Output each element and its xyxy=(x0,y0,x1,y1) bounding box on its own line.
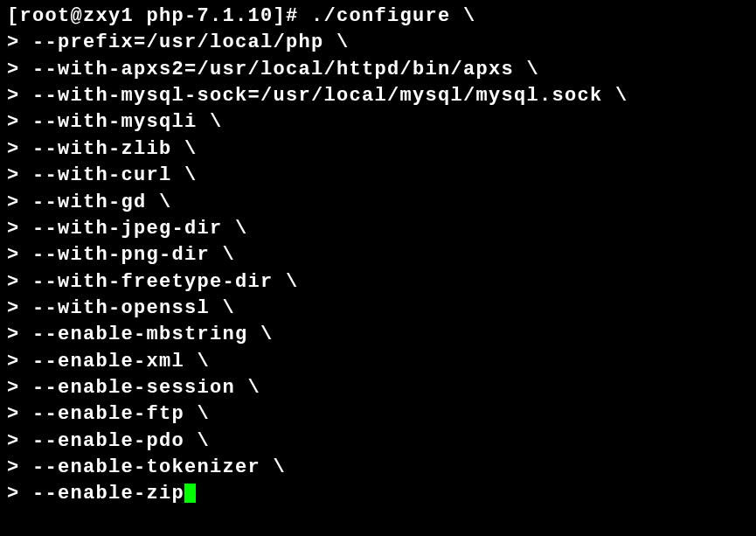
continuation-prompt: > xyxy=(7,271,32,293)
continuation-prompt: > xyxy=(7,456,32,478)
continuation-text: --enable-pdo \ xyxy=(32,430,210,452)
continuation-prompt: > xyxy=(7,351,32,372)
continuation-text: --with-apxs2=/usr/local/httpd/bin/apxs \ xyxy=(32,59,539,80)
continuation-line: > --enable-session \ xyxy=(7,375,749,401)
continuation-line: > --enable-zip xyxy=(7,481,749,507)
continuation-line: > --with-apxs2=/usr/local/httpd/bin/apxs… xyxy=(7,57,749,83)
continuation-line: > --with-png-dir \ xyxy=(7,242,749,268)
continuation-prompt: > xyxy=(7,483,32,505)
continuation-line: > --prefix=/usr/local/php \ xyxy=(7,30,749,56)
command-text: ./configure \ xyxy=(311,5,476,27)
continuation-prompt: > xyxy=(7,31,32,53)
continuation-prompt: > xyxy=(7,138,32,160)
continuation-prompt: > xyxy=(7,111,32,133)
continuation-prompt: > xyxy=(7,85,32,107)
continuation-text: --enable-zip xyxy=(32,483,184,505)
continuation-text: --enable-mbstring \ xyxy=(32,324,274,345)
continuation-text: --with-jpeg-dir \ xyxy=(32,218,248,240)
continuation-line: > --with-mysqli \ xyxy=(7,109,749,136)
continuation-text: --with-mysqli \ xyxy=(32,111,223,133)
continuation-line: > --with-gd \ xyxy=(7,190,749,216)
continuation-prompt: > xyxy=(7,191,32,213)
continuation-line: > --enable-pdo \ xyxy=(7,428,749,455)
continuation-text: --enable-tokenizer \ xyxy=(32,456,286,478)
shell-prompt: [root@zxy1 php-7.1.10]# xyxy=(7,5,311,27)
continuation-text: --with-zlib \ xyxy=(32,138,198,160)
continuation-line: > --enable-tokenizer \ xyxy=(7,455,749,481)
continuation-text: --enable-session \ xyxy=(32,377,260,399)
continuation-line: > --enable-ftp \ xyxy=(7,401,749,428)
command-line: [root@zxy1 php-7.1.10]# ./configure \ xyxy=(7,3,749,30)
continuation-line: > --enable-mbstring \ xyxy=(7,322,749,348)
continuation-line: > --enable-xml \ xyxy=(7,349,749,375)
continuation-prompt: > xyxy=(7,164,32,186)
continuation-text: --with-png-dir \ xyxy=(32,244,235,266)
cursor-icon xyxy=(184,484,196,503)
continuation-line: > --with-jpeg-dir \ xyxy=(7,216,749,242)
continuation-text: --with-freetype-dir \ xyxy=(32,271,299,293)
continuation-prompt: > xyxy=(7,218,32,240)
continuation-line: > --with-zlib \ xyxy=(7,136,749,163)
continuation-line: > --with-mysql-sock=/usr/local/mysql/mys… xyxy=(7,83,749,109)
continuation-prompt: > xyxy=(7,324,32,345)
continuation-prompt: > xyxy=(7,377,32,399)
continuation-prompt: > xyxy=(7,244,32,266)
continuation-prompt: > xyxy=(7,59,32,80)
continuation-prompt: > xyxy=(7,403,32,425)
continuation-line: > --with-openssl \ xyxy=(7,296,749,322)
continuation-text: --with-openssl \ xyxy=(32,297,235,319)
continuation-text: --prefix=/usr/local/php \ xyxy=(32,31,350,53)
continuation-text: --with-mysql-sock=/usr/local/mysql/mysql… xyxy=(32,85,628,107)
continuation-text: --with-curl \ xyxy=(32,164,198,186)
continuation-prompt: > xyxy=(7,297,32,319)
continuation-text: --enable-ftp \ xyxy=(32,403,210,425)
continuation-text: --enable-xml \ xyxy=(32,351,210,372)
continuation-prompt: > xyxy=(7,430,32,452)
continuation-line: > --with-freetype-dir \ xyxy=(7,269,749,296)
terminal-output[interactable]: [root@zxy1 php-7.1.10]# ./configure \ > … xyxy=(7,3,749,508)
continuation-text: --with-gd \ xyxy=(32,191,172,213)
continuation-line: > --with-curl \ xyxy=(7,163,749,189)
